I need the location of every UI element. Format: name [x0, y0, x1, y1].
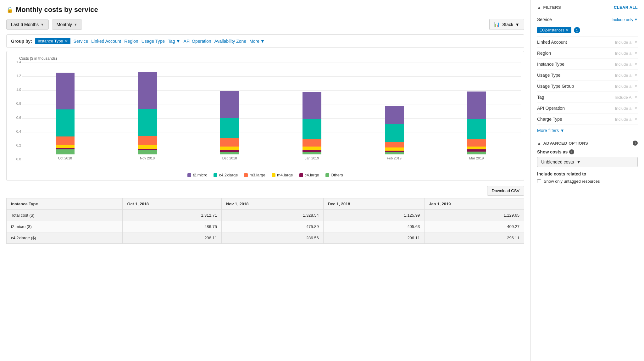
bar-m3large-mar	[467, 139, 486, 147]
filters-header: ▲ FILTERS CLEAR ALL	[537, 5, 638, 10]
show-costs-text: Show costs as	[537, 149, 568, 154]
group-link-tag[interactable]: Tag ▼	[168, 39, 180, 44]
more-filters-label: More filters	[537, 128, 559, 133]
ec2-badge-label: EC2-Instances	[540, 28, 564, 32]
granularity-label: Monthly	[57, 22, 72, 27]
group-link-more[interactable]: More ▼	[249, 39, 265, 44]
group-link-linked-account[interactable]: Linked Account	[91, 39, 121, 44]
chart-legend: t2.micro c4.2xlarge m3.large m4.large c4…	[10, 173, 521, 177]
filter-value-region[interactable]: Include all ▼	[615, 51, 638, 56]
cell-t2micro-dec: 405.63	[323, 221, 425, 232]
bar-m4large-oct	[56, 145, 75, 148]
cell-c4xlarge-dec: 296.11	[323, 232, 425, 244]
bar-c4xlarge-feb	[385, 124, 404, 142]
filter-label-usage-type-group: Usage Type Group	[537, 84, 574, 89]
active-group-tag[interactable]: Instance Type ✕	[35, 38, 70, 44]
filter-label-instance-type: Instance Type	[537, 62, 564, 67]
bar-label-dec: Dec 2018	[222, 156, 237, 160]
bar-c4xlarge-mar	[467, 119, 486, 139]
filter-label-charge-type: Charge Type	[537, 117, 562, 122]
filter-value-usage-type[interactable]: Include all ▼	[615, 73, 638, 78]
bar-m4large-mar	[467, 147, 486, 149]
bar-label-jan: Jan 2019	[305, 156, 319, 160]
bar-others-mar	[467, 152, 486, 154]
download-csv-button[interactable]: Download CSV	[487, 186, 524, 196]
col-dec: Dec 1, 2018	[323, 198, 425, 210]
date-range-label: Last 6 Months	[11, 22, 39, 27]
instance-type-caret: ▼	[634, 62, 638, 66]
tag-label: Tag	[168, 39, 175, 44]
more-filters-link[interactable]: More filters ▼	[537, 125, 638, 136]
untagged-checkbox[interactable]	[537, 179, 541, 183]
legend-label-c4xlarge: c4.2xlarge	[219, 173, 238, 177]
filter-row-service: Service Include only ▼	[537, 14, 638, 25]
bar-stack-feb	[385, 91, 404, 154]
page-title: Monthly costs by service	[16, 6, 98, 14]
legend-color-others	[325, 173, 329, 177]
bar-c4xlarge-nov	[138, 109, 157, 136]
main-content: 🔒 Monthly costs by service Last 6 Months…	[0, 0, 531, 361]
tag-caret: ▼	[176, 39, 180, 44]
filter-value-text-region: Include all	[615, 51, 634, 56]
lock-icon: 🔒	[6, 6, 13, 13]
legend-color-c4xlarge	[214, 173, 217, 177]
cell-t2micro-jan: 409.27	[425, 221, 524, 232]
granularity-dropdown[interactable]: Monthly ▼	[52, 19, 82, 30]
group-link-service[interactable]: Service	[74, 39, 88, 44]
bar-stack-jan	[303, 83, 321, 154]
table-row-t2micro: t2.micro ($) 486.75 475.89 405.63 409.27	[7, 221, 524, 232]
include-only-select[interactable]: Include only ▼	[612, 17, 638, 22]
advanced-info-icon[interactable]: i	[633, 141, 638, 146]
filter-value-linked-account[interactable]: Include all ▼	[615, 40, 638, 45]
group-by-bar: Group by: Instance Type ✕ Service Linked…	[6, 34, 524, 48]
legend-m3large: m3.large	[244, 173, 265, 177]
bar-label-oct: Oct 2018	[58, 156, 72, 160]
group-link-usage-type[interactable]: Usage Type	[142, 39, 165, 44]
filter-value-text-usage-type-group: Include all	[615, 84, 634, 89]
show-costs-info-icon[interactable]: i	[569, 149, 574, 154]
remove-group-tag[interactable]: ✕	[65, 39, 68, 43]
group-link-region[interactable]: Region	[124, 39, 138, 44]
usage-type-caret: ▼	[634, 73, 638, 77]
group-link-api-operation[interactable]: API Operation	[184, 39, 211, 44]
col-nov: Nov 1, 2018	[221, 198, 323, 210]
ec2-badge[interactable]: EC2-Instances ✕	[537, 27, 571, 33]
cell-c4xlarge-nov: 286.56	[221, 232, 323, 244]
cell-c4xlarge-label: c4.2xlarge ($)	[7, 232, 123, 244]
filter-row-usage-type: Usage Type Include all ▼	[537, 70, 638, 81]
linked-account-caret: ▼	[634, 40, 638, 44]
filter-row-api-operation: API Operation Include all ▼	[537, 103, 638, 114]
filter-value-charge-type[interactable]: Include all ▼	[615, 117, 638, 122]
clear-all-button[interactable]: CLEAR ALL	[614, 5, 638, 10]
data-table: Instance Type Oct 1, 2018 Nov 1, 2018 De…	[6, 198, 524, 244]
chart-area: 1.4 1.2 1.0 0.8 0.6 0.4 0.2 0.0	[10, 63, 521, 169]
filter-value-text-linked-account: Include all	[615, 40, 634, 45]
filter-row-instance-type: Instance Type Include all ▼	[537, 59, 638, 70]
filter-value-usage-type-group[interactable]: Include all ▼	[615, 84, 638, 89]
more-label: More	[249, 39, 259, 44]
bar-m4large-feb	[385, 147, 404, 151]
filter-row-charge-type: Charge Type Include all ▼	[537, 114, 638, 125]
bar-others-jan	[303, 152, 321, 154]
date-range-dropdown[interactable]: Last 6 Months ▼	[6, 19, 49, 30]
filter-value-tag[interactable]: Include All ▼	[615, 95, 638, 100]
chart-container: Costs ($ in thousands) 1.4 1.2 1.0 0.8 0…	[6, 51, 524, 181]
stack-dropdown[interactable]: 📊 Stack ▼	[489, 19, 524, 30]
filters-title: ▲ FILTERS	[537, 5, 561, 10]
filter-value-api-operation[interactable]: Include all ▼	[615, 106, 638, 111]
filter-label-service: Service	[537, 17, 552, 22]
ec2-badge-remove[interactable]: ✕	[566, 28, 569, 32]
advanced-header: ▲ ADVANCED OPTIONS i	[537, 141, 638, 146]
legend-m4large: m4.large	[272, 173, 293, 177]
untagged-label: Show only untagged resources	[544, 179, 600, 184]
bar-others-nov	[138, 150, 157, 154]
filter-label-tag: Tag	[537, 95, 544, 100]
filter-value-text-tag: Include All	[615, 95, 633, 100]
filter-label-api-operation: API Operation	[537, 106, 565, 111]
group-link-availability-zone[interactable]: Availability Zone	[214, 39, 246, 44]
costs-dropdown[interactable]: Unblended costs ▼	[537, 157, 638, 167]
filters-caret-up: ▲	[537, 5, 541, 10]
table-row-total: Total cost ($) 1,312.71 1,328.54 1,125.9…	[7, 210, 524, 221]
filter-value-instance-type[interactable]: Include all ▼	[615, 62, 638, 67]
legend-color-t2micro	[187, 173, 191, 177]
